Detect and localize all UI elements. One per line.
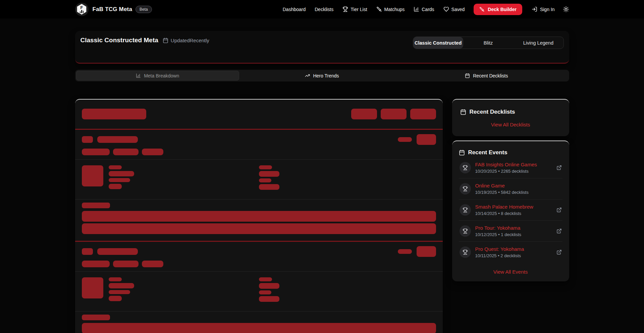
recent-events-title: Recent Events [468, 149, 507, 156]
event-meta: 10/12/2025 • 1 decklists [475, 232, 522, 237]
trending-up-icon [305, 73, 310, 78]
format-tabs: Classic Constructed Blitz Living Legend [413, 37, 564, 49]
topbar-inner: F FaB TCG Meta Beta Dashboard Decklists … [75, 3, 569, 16]
section-head [82, 246, 436, 257]
nav-saved[interactable]: Saved [443, 6, 465, 12]
calendar-icon [460, 109, 466, 115]
event-name[interactable]: Pro Quest: Yokohama [475, 246, 524, 252]
event-texts: Online Game 10/19/2025 • 5842 decklists [475, 183, 529, 195]
brand-logo[interactable]: F [75, 3, 89, 16]
recent-decklists-heading: Recent Decklists [460, 109, 561, 115]
bar-chart-icon [414, 6, 419, 12]
nav-tier-list-label: Tier List [351, 7, 367, 12]
skeleton-line [109, 165, 122, 169]
event-row[interactable]: Pro Tour: Yokohama 10/12/2025 • 1 deckli… [459, 221, 562, 242]
theme-toggle-button[interactable] [563, 6, 569, 12]
skeleton-rank [82, 248, 93, 255]
skeleton-line [109, 283, 134, 288]
skeleton-tag [113, 261, 139, 267]
page-title-row: Classic Constructed Meta UpdatedRecently [80, 37, 209, 44]
view-tabs: Meta Breakdown Hero Trends Recent Deckli… [75, 70, 569, 81]
topbar: F FaB TCG Meta Beta Dashboard Decklists … [0, 0, 644, 18]
skeleton-percent [417, 246, 436, 257]
skeleton-line [259, 178, 271, 182]
event-name[interactable]: Smash Palace Homebrew [475, 204, 533, 210]
event-name[interactable]: Pro Tour: Yokohama [475, 225, 522, 231]
nav-matchups-label: Matchups [384, 7, 405, 12]
event-row[interactable]: Smash Palace Homebrew 10/14/2025 • 8 dec… [459, 200, 562, 221]
event-name[interactable]: Online Game [475, 183, 529, 188]
logo-hexagon-icon: F [77, 4, 87, 15]
tab-recent-decklists[interactable]: Recent Decklists [405, 71, 568, 80]
skeleton-line [259, 290, 271, 294]
skeleton-tag [82, 149, 110, 155]
beta-badge: Beta [136, 6, 152, 13]
recent-decklists-card: Recent Decklists View All Decklists [452, 99, 569, 136]
tab-living-legend[interactable]: Living Legend [513, 37, 563, 49]
tab-hero-trends-label: Hero Trends [313, 73, 339, 78]
skeleton-stat [398, 137, 412, 142]
tab-blitz[interactable]: Blitz [463, 37, 513, 49]
event-row[interactable]: Online Game 10/19/2025 • 5842 decklists [459, 178, 562, 200]
skeleton-card-image [82, 165, 103, 186]
skeleton-percent [417, 134, 436, 145]
page-container: Classic Constructed Meta UpdatedRecently… [75, 31, 569, 333]
sign-in-button[interactable]: Sign In [532, 6, 555, 12]
skeleton-card-image [82, 277, 103, 298]
tab-classic-constructed[interactable]: Classic Constructed [413, 37, 463, 49]
meta-breakdown-card [75, 99, 443, 333]
nav-dashboard-label: Dashboard [283, 7, 306, 12]
skeleton-hero-name [97, 136, 138, 143]
page-title: Classic Constructed Meta [80, 37, 158, 44]
external-link-icon[interactable] [556, 249, 562, 255]
event-texts: FAB Insights Online Games 10/20/2025 • 2… [475, 162, 537, 174]
event-row[interactable]: FAB Insights Online Games 10/20/2025 • 2… [459, 157, 562, 178]
view-all-decklists-link[interactable]: View All Decklists [460, 122, 561, 127]
event-row[interactable]: Pro Quest: Yokohama 10/11/2025 • 2 deckl… [459, 242, 562, 263]
hero-section-skeleton [75, 129, 443, 241]
skeleton-stat [398, 249, 412, 254]
hero-section-skeleton [75, 241, 443, 333]
brand-title[interactable]: FaB TCG Meta [93, 6, 132, 13]
tab-meta-breakdown-label: Meta Breakdown [144, 73, 179, 78]
updated-label: UpdatedRecently [171, 38, 209, 43]
nav-saved-label: Saved [451, 7, 465, 12]
skeleton-stat-stack [109, 277, 134, 302]
nav-matchups[interactable]: Matchups [376, 6, 405, 12]
nav-decklists[interactable]: Decklists [315, 7, 333, 12]
external-link-icon[interactable] [556, 165, 562, 170]
trophy-icon [460, 162, 471, 173]
skeleton-bar [82, 323, 436, 333]
calendar-icon [465, 73, 470, 78]
calendar-icon [459, 150, 465, 156]
skeleton-hero-name [97, 248, 138, 255]
trophy-icon [342, 6, 348, 12]
sidebar: Recent Decklists View All Decklists Rece… [452, 99, 569, 281]
deck-builder-button[interactable]: Deck Builder [474, 4, 522, 15]
section-col-right [259, 165, 436, 190]
nav-decklists-label: Decklists [315, 7, 333, 12]
event-meta: 10/14/2025 • 8 decklists [475, 211, 533, 216]
skeleton-line [259, 165, 272, 169]
nav-cards[interactable]: Cards [414, 6, 434, 12]
skeleton-line [259, 296, 279, 302]
nav-dashboard[interactable]: Dashboard [283, 7, 306, 12]
view-all-events-link[interactable]: View All Events [459, 269, 562, 275]
nav-cards-label: Cards [422, 7, 434, 12]
trophy-icon [460, 246, 471, 258]
section-content [82, 272, 436, 307]
skeleton-line [109, 184, 122, 189]
section-col-left [82, 165, 259, 190]
event-texts: Pro Quest: Yokohama 10/11/2025 • 2 deckl… [475, 246, 524, 258]
nav-tier-list[interactable]: Tier List [342, 6, 367, 12]
skeleton-button [381, 109, 407, 119]
tab-meta-breakdown[interactable]: Meta Breakdown [76, 71, 239, 80]
skeleton-tag [82, 261, 110, 267]
deck-builder-label: Deck Builder [488, 7, 517, 12]
event-name[interactable]: FAB Insights Online Games [475, 162, 537, 167]
trophy-icon [460, 183, 471, 195]
recent-decklists-title: Recent Decklists [470, 109, 515, 115]
external-link-icon[interactable] [556, 207, 562, 213]
tab-hero-trends[interactable]: Hero Trends [240, 71, 404, 80]
external-link-icon[interactable] [556, 228, 562, 234]
